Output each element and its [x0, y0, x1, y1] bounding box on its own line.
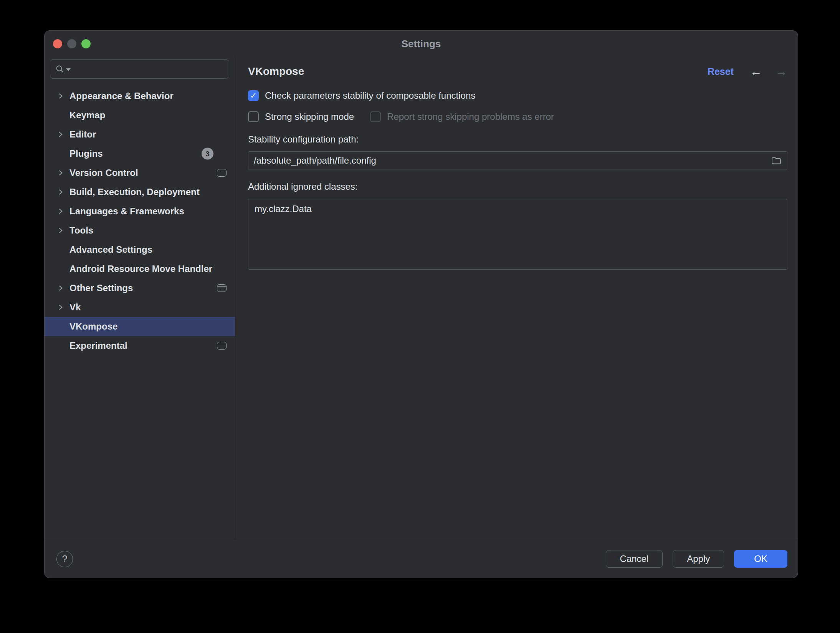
sidebar-item-label: VKompose: [69, 321, 117, 332]
settings-sidebar: Appearance & BehaviorKeymapEditorPlugins…: [45, 57, 235, 540]
sidebar-item-vkompose[interactable]: VKompose: [45, 317, 235, 336]
plugins-count-badge: 3: [202, 148, 213, 160]
search-options-caret-icon[interactable]: [66, 68, 71, 71]
ignored-classes-textarea[interactable]: my.clazz.Data: [248, 199, 787, 270]
search-icon: [55, 65, 64, 74]
dialog-footer: ? Cancel Apply OK: [45, 540, 798, 578]
stability-check-row: ✓ Check parameters stability of composab…: [248, 90, 787, 101]
sidebar-item-tools[interactable]: Tools: [45, 221, 235, 240]
reset-button[interactable]: Reset: [708, 66, 734, 77]
settings-category-list: Appearance & BehaviorKeymapEditorPlugins…: [45, 86, 235, 355]
stability-path-input[interactable]: [254, 155, 771, 166]
ignored-classes-label: Additional ignored classes:: [248, 181, 787, 192]
settings-search-field[interactable]: [50, 59, 229, 79]
dialog-body: Appearance & BehaviorKeymapEditorPlugins…: [45, 57, 798, 540]
apply-button[interactable]: Apply: [673, 550, 724, 568]
screen-background: Settings Appearance & BehaviorKeymapEdit…: [0, 0, 840, 633]
history-navigation: ← →: [750, 65, 787, 78]
sidebar-item-plugins[interactable]: Plugins3: [45, 144, 235, 163]
sidebar-item-label: Advanced Settings: [69, 244, 152, 255]
sidebar-item-label: Android Resource Move Handler: [69, 263, 212, 274]
settings-window: Settings Appearance & BehaviorKeymapEdit…: [44, 30, 798, 578]
sidebar-item-label: Languages & Frameworks: [69, 206, 184, 217]
settings-detail-panel: VKompose Reset ← → ✓ Check parameters st…: [235, 57, 798, 540]
sidebar-item-build-execution-deployment[interactable]: Build, Execution, Deployment: [45, 182, 235, 202]
sidebar-item-languages-frameworks[interactable]: Languages & Frameworks: [45, 202, 235, 221]
cancel-button[interactable]: Cancel: [606, 550, 663, 568]
strong-skipping-checkbox-group[interactable]: Strong skipping mode: [248, 111, 354, 122]
sidebar-item-version-control[interactable]: Version Control: [45, 163, 235, 182]
chevron-right-icon[interactable]: [57, 285, 64, 292]
chevron-right-icon[interactable]: [57, 131, 64, 138]
chevron-right-icon[interactable]: [57, 227, 64, 234]
browse-folder-icon[interactable]: [771, 156, 782, 165]
forward-arrow-icon: →: [775, 65, 787, 78]
stability-path-field-wrap: [248, 151, 787, 169]
modified-settings-icon: [217, 169, 227, 177]
window-title: Settings: [45, 31, 798, 57]
help-button[interactable]: ?: [56, 551, 73, 567]
title-bar[interactable]: Settings: [45, 31, 798, 57]
sidebar-item-label: Keymap: [69, 110, 105, 121]
report-strong-checkbox-group: Report strong skipping problems as error: [370, 111, 554, 122]
modified-settings-icon: [217, 342, 227, 350]
page-title: VKompose: [248, 65, 304, 78]
sidebar-item-android-resource-move-handler[interactable]: Android Resource Move Handler: [45, 259, 235, 278]
sidebar-item-label: Other Settings: [69, 283, 133, 293]
strong-skipping-label: Strong skipping mode: [265, 111, 354, 122]
sidebar-item-appearance-behavior[interactable]: Appearance & Behavior: [45, 86, 235, 106]
sidebar-item-experimental[interactable]: Experimental: [45, 336, 235, 355]
chevron-right-icon[interactable]: [57, 208, 64, 215]
chevron-right-icon[interactable]: [57, 169, 64, 176]
detail-header: VKompose Reset ← →: [248, 63, 787, 80]
chevron-right-icon[interactable]: [57, 304, 64, 311]
strong-skipping-row: Strong skipping mode Report strong skipp…: [248, 111, 787, 122]
chevron-right-icon[interactable]: [57, 93, 64, 99]
sidebar-item-label: Tools: [69, 225, 93, 236]
back-arrow-icon[interactable]: ←: [750, 65, 762, 78]
sidebar-item-label: Version Control: [69, 167, 138, 178]
sidebar-item-label: Vk: [69, 302, 81, 313]
sidebar-item-label: Appearance & Behavior: [69, 91, 174, 101]
sidebar-item-label: Plugins: [69, 148, 103, 159]
chevron-right-icon[interactable]: [57, 189, 64, 196]
strong-skipping-checkbox[interactable]: [248, 111, 259, 122]
ok-button[interactable]: OK: [734, 550, 787, 568]
sidebar-item-label: Editor: [69, 129, 96, 140]
sidebar-item-label: Build, Execution, Deployment: [69, 187, 200, 197]
sidebar-item-label: Experimental: [69, 340, 127, 351]
check-stability-label: Check parameters stability of composable…: [265, 90, 475, 101]
report-strong-checkbox: [370, 111, 381, 122]
stability-path-label: Stability configuration path:: [248, 134, 787, 145]
check-stability-checkbox[interactable]: ✓: [248, 90, 259, 101]
sidebar-item-vk[interactable]: Vk: [45, 298, 235, 317]
sidebar-item-other-settings[interactable]: Other Settings: [45, 278, 235, 298]
report-strong-label: Report strong skipping problems as error: [387, 111, 554, 122]
sidebar-item-keymap[interactable]: Keymap: [45, 106, 235, 125]
sidebar-item-editor[interactable]: Editor: [45, 125, 235, 144]
sidebar-item-advanced-settings[interactable]: Advanced Settings: [45, 240, 235, 259]
modified-settings-icon: [217, 284, 227, 292]
check-stability-checkbox-group[interactable]: ✓ Check parameters stability of composab…: [248, 90, 475, 101]
